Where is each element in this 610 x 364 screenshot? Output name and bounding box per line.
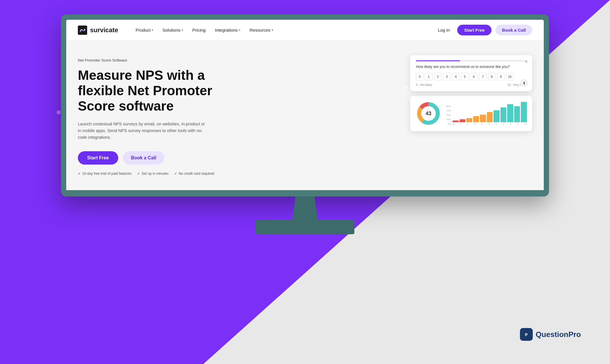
bar-chart: 60% 45% 30% 15% 0% [446, 102, 527, 125]
nav-item-pricing[interactable]: Pricing [189, 26, 209, 34]
bar-6 [494, 110, 500, 122]
donut-chart: 43 [415, 100, 442, 127]
nps-option-6[interactable]: 6 [470, 73, 478, 80]
bar-1 [460, 119, 466, 122]
hero-section: Net Promoter Score Software Measure NPS … [66, 41, 544, 190]
nps-option-8[interactable]: 8 [488, 73, 496, 80]
download-icon[interactable]: ⬇ [520, 79, 528, 87]
nps-option-1[interactable]: 1 [425, 73, 433, 80]
start-free-button[interactable]: Start Free [457, 25, 491, 35]
bar-chart-x-axis: 0 1 2 3 4 5 6 7 8 9 [453, 123, 527, 125]
analytics-card: 43 60% 45% 30% 15% 0% [410, 96, 532, 131]
book-call-nav-button[interactable]: Book a Call [496, 25, 532, 35]
questionpro-icon: P [520, 328, 533, 341]
hero-book-call-button[interactable]: Book a Call [123, 151, 164, 165]
chevron-down-icon: ▾ [239, 28, 240, 32]
questionpro-logo-svg: P [523, 331, 530, 338]
survey-progress-bar [416, 60, 526, 61]
hero-title: Measure NPS with a flexible Net Promoter… [78, 68, 229, 114]
questionpro-badge: P QuestionPro [520, 328, 581, 341]
bar-8 [507, 104, 513, 122]
survey-question: How likely are you to recommend us to so… [416, 65, 526, 69]
checkmark-icon: ✓ [137, 172, 140, 176]
decorative-dot [404, 86, 408, 89]
nav-item-product[interactable]: Product ▾ [132, 26, 157, 34]
nps-option-5[interactable]: 5 [461, 73, 469, 80]
stand-bump [283, 190, 327, 197]
nps-option-10[interactable]: 10 [506, 73, 514, 80]
nps-score: 43 [426, 111, 431, 117]
nps-option-3[interactable]: 3 [443, 73, 451, 80]
bar-chart-bars [453, 102, 527, 122]
navbar: survicate Product ▾ Solutions ▾ Pricing [66, 20, 544, 41]
survey-progress-fill [416, 60, 460, 61]
hero-start-free-button[interactable]: Start Free [78, 151, 118, 165]
chevron-down-icon: ▾ [272, 28, 273, 32]
logo-text: survicate [90, 26, 118, 34]
close-icon[interactable]: ✕ [525, 59, 528, 64]
monitor-wrapper: survicate Product ▾ Solutions ▾ Pricing [61, 15, 549, 234]
monitor-frame: survicate Product ▾ Solutions ▾ Pricing [61, 15, 549, 197]
chevron-down-icon: ▾ [152, 28, 153, 32]
stand-base-wrapper [61, 220, 549, 234]
bar-4 [480, 115, 486, 122]
hero-trust-badges: ✓ 10-day free trial of paid features ✓ S… [78, 172, 229, 176]
hero-subtitle: Launch contextual NPS surveys by email, … [78, 121, 206, 141]
trust-item-trial: ✓ 10-day free trial of paid features [78, 172, 131, 176]
checkmark-icon: ✓ [174, 172, 177, 176]
stand-neck [289, 197, 321, 220]
login-button[interactable]: Log in [434, 26, 453, 34]
nav-actions: Log in Start Free Book a Call [434, 25, 532, 35]
nav-item-solutions[interactable]: Solutions ▾ [159, 26, 186, 34]
nav-item-resources[interactable]: Resources ▾ [246, 26, 277, 34]
nps-widget: ✕ How likely are you to recommend us to … [410, 55, 532, 131]
nps-option-2[interactable]: 2 [434, 73, 442, 80]
bar-2 [466, 118, 472, 122]
floating-dot-1 [57, 110, 61, 114]
nps-option-7[interactable]: 7 [479, 73, 487, 80]
bar-0 [453, 120, 459, 122]
survicate-logo-icon [78, 26, 87, 35]
questionpro-text: QuestionPro [536, 330, 581, 339]
hero-buttons: Start Free Book a Call [78, 151, 229, 165]
survey-card: ✕ How likely are you to recommend us to … [410, 55, 532, 91]
nav-item-integrations[interactable]: Integrations ▾ [211, 26, 244, 34]
nps-scale: 0 1 2 3 4 5 6 7 8 9 10 [416, 73, 526, 80]
trust-item-no-cc: ✓ No credit card required [174, 172, 214, 176]
nps-labels: 0 - Not likely 10 - Very likely [416, 83, 526, 87]
hero-content: Net Promoter Score Software Measure NPS … [78, 58, 229, 176]
nps-option-0[interactable]: 0 [416, 73, 424, 80]
trust-item-setup: ✓ Set up in minutes [137, 172, 168, 176]
monitor-screen: survicate Product ▾ Solutions ▾ Pricing [66, 20, 544, 190]
bar-chart-y-axis: 60% 45% 30% 15% 0% [446, 105, 451, 125]
nps-option-4[interactable]: 4 [452, 73, 460, 80]
bar-9 [514, 106, 520, 122]
nps-option-9[interactable]: 9 [497, 73, 505, 80]
monitor-stand [66, 190, 544, 197]
monitor-base-wrapper [61, 197, 549, 220]
hero-eyebrow: Net Promoter Score Software [78, 58, 229, 62]
bar-7 [500, 107, 507, 122]
checkmark-icon: ✓ [78, 172, 81, 176]
chevron-down-icon: ▾ [182, 28, 183, 32]
nav-links: Product ▾ Solutions ▾ Pricing Integratio… [132, 26, 435, 34]
bar-10 [521, 102, 527, 122]
logo[interactable]: survicate [78, 26, 118, 35]
bar-5 [487, 112, 493, 122]
svg-text:P: P [525, 332, 528, 337]
bar-3 [473, 116, 479, 122]
stand-base [256, 220, 354, 234]
